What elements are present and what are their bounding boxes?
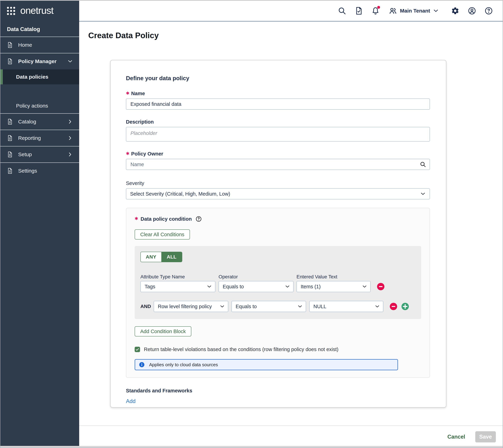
policy-owner-label: ✱ Policy Owner xyxy=(126,151,430,157)
page-title: Create Data Policy xyxy=(88,31,159,40)
chevron-right-icon xyxy=(67,119,73,125)
data-policy-condition-section: ✱ Data policy condition Clear All Condit… xyxy=(126,208,430,378)
sidebar-item-policy-actions[interactable]: Policy actions xyxy=(0,98,79,113)
brand-logo-text: onetrust xyxy=(20,6,53,17)
required-marker: ✱ xyxy=(126,151,129,156)
tenant-switcher[interactable]: Main Tenant xyxy=(389,7,439,15)
tenant-people-icon xyxy=(389,7,397,15)
add-standards-link[interactable]: Add xyxy=(126,398,135,404)
info-banner: Applies only to cloud data sources xyxy=(135,359,398,370)
toggle-all[interactable]: ALL xyxy=(161,252,182,262)
sidebar-item-settings[interactable]: Settings xyxy=(0,163,79,179)
chevron-down-icon xyxy=(375,304,380,309)
help-icon[interactable] xyxy=(196,216,202,222)
search-button[interactable] xyxy=(336,4,348,17)
condition-label-row: ✱ Data policy condition xyxy=(135,216,421,222)
minus-circle-icon xyxy=(389,303,398,310)
plus-circle-icon xyxy=(401,303,409,310)
footer-actions: Cancel Save xyxy=(79,426,503,448)
sidebar-item-label: Catalog xyxy=(18,119,36,125)
chevron-down-icon xyxy=(362,284,367,289)
conjunction-label: AND xyxy=(140,304,150,309)
sidebar: onetrust Data Catalog Home Policy Manage… xyxy=(0,1,79,448)
add-condition-block-button[interactable]: Add Condition Block xyxy=(135,326,191,336)
sidebar-item-reporting[interactable]: Reporting xyxy=(0,130,79,146)
section-heading: Define your data policy xyxy=(126,75,430,81)
condition-row: AND Row level filtering policy Equals to… xyxy=(140,301,421,312)
description-label: Description xyxy=(126,119,430,125)
sidebar-item-label: Policy actions xyxy=(16,103,48,109)
minus-circle-icon xyxy=(377,283,385,291)
checkbox-checked[interactable] xyxy=(135,347,140,352)
help-button[interactable] xyxy=(482,4,495,17)
sidebar-item-data-policies[interactable]: Data policies xyxy=(0,69,79,84)
sidebar-item-label: Policy Manager xyxy=(18,58,56,64)
name-label: ✱ Name xyxy=(126,91,430,96)
chevron-down-icon xyxy=(219,304,225,309)
chevron-down-icon xyxy=(433,8,439,14)
value-select[interactable]: Items (1) xyxy=(297,281,371,292)
chevron-down-icon xyxy=(285,284,290,289)
document-icon xyxy=(7,151,13,158)
check-icon xyxy=(135,347,139,352)
operator-select[interactable]: Equals to xyxy=(232,301,306,312)
notifications-button[interactable] xyxy=(369,4,382,17)
attribute-select[interactable]: Row level filtering policy xyxy=(154,301,228,312)
description-input[interactable] xyxy=(126,127,430,142)
account-icon xyxy=(468,7,476,15)
checkbox-label: Return table-level violations based on t… xyxy=(144,347,338,352)
severity-label: Severity xyxy=(126,180,430,186)
policy-owner-field xyxy=(126,159,430,170)
table-level-violations-row: Return table-level violations based on t… xyxy=(135,347,421,352)
value-select[interactable]: NULL xyxy=(309,301,383,312)
tenant-name: Main Tenant xyxy=(400,8,430,14)
app-launcher-grid-icon[interactable] xyxy=(7,7,16,16)
clear-all-conditions-button[interactable]: Clear All Conditions xyxy=(135,229,190,240)
save-button[interactable]: Save xyxy=(475,431,496,442)
top-bar: Main Tenant xyxy=(79,1,503,22)
main-area: Main Tenant Create Data Policy Define yo… xyxy=(79,1,503,448)
sidebar-item-label: Settings xyxy=(18,168,37,174)
any-all-toggle: ANY ALL xyxy=(140,252,182,262)
operator-select[interactable]: Equals to xyxy=(218,281,294,292)
chevron-right-icon xyxy=(67,135,73,141)
search-icon[interactable] xyxy=(420,161,426,168)
sidebar-item-setup[interactable]: Setup xyxy=(0,146,79,162)
sidebar-item-policy-manager[interactable]: Policy Manager xyxy=(0,53,79,69)
app-window: onetrust Data Catalog Home Policy Manage… xyxy=(0,0,503,448)
severity-value: Select Severity (Critical, High, Medium,… xyxy=(130,191,420,197)
condition-block: ANY ALL Attribute Type Name Operator Ent… xyxy=(135,246,421,319)
info-icon xyxy=(139,362,145,368)
condition-row: Tags Equals to Items (1) xyxy=(140,281,421,292)
document-check-icon xyxy=(354,7,363,15)
chevron-down-icon xyxy=(297,304,302,309)
toggle-any[interactable]: ANY xyxy=(141,252,161,262)
sidebar-item-catalog[interactable]: Catalog xyxy=(0,114,79,130)
remove-condition-button[interactable] xyxy=(389,303,398,310)
sidebar-spacer xyxy=(0,84,79,98)
tasks-button[interactable] xyxy=(352,4,365,17)
policy-owner-input[interactable] xyxy=(126,159,430,170)
add-condition-button[interactable] xyxy=(401,303,409,310)
settings-button[interactable] xyxy=(449,4,461,17)
page-content: Create Data Policy Define your data poli… xyxy=(79,22,503,426)
attribute-select[interactable]: Tags xyxy=(140,281,215,292)
chevron-down-icon xyxy=(67,59,73,64)
account-button[interactable] xyxy=(466,4,478,17)
required-marker: ✱ xyxy=(135,217,138,221)
name-input[interactable] xyxy=(126,98,430,110)
cancel-button[interactable]: Cancel xyxy=(445,434,467,440)
document-icon xyxy=(7,42,13,48)
sidebar-item-home[interactable]: Home xyxy=(0,37,79,53)
standards-frameworks-label: Standards and Frameworks xyxy=(126,388,430,394)
document-icon xyxy=(7,135,13,141)
sidebar-item-label: Reporting xyxy=(18,135,41,141)
severity-select[interactable]: Select Severity (Critical, High, Medium,… xyxy=(126,188,430,199)
column-header-value: Entered Value Text xyxy=(297,274,371,280)
chevron-down-icon xyxy=(207,284,212,289)
chevron-down-icon xyxy=(420,191,426,197)
required-marker: ✱ xyxy=(126,91,129,95)
remove-condition-button[interactable] xyxy=(377,283,385,291)
column-header-operator: Operator xyxy=(218,274,297,280)
sidebar-item-label: Setup xyxy=(18,151,32,157)
